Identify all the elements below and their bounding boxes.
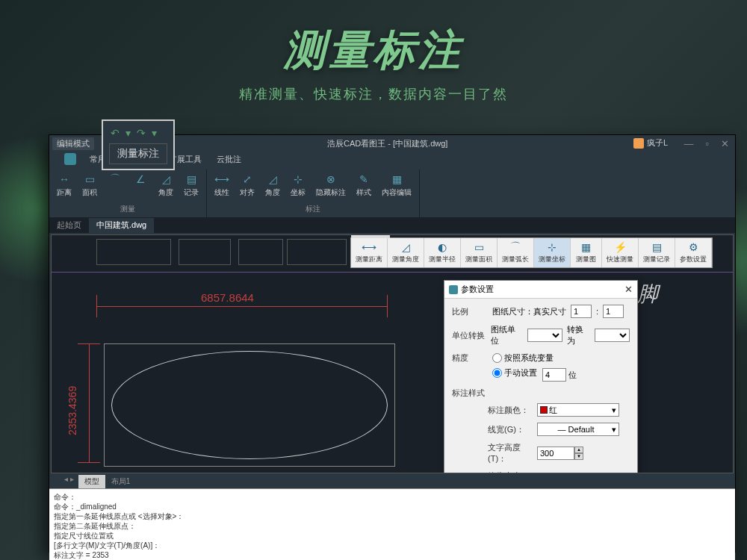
measure-toolbar-title: 测量工具 [351, 234, 390, 238]
measure-icon: ⌒ [508, 241, 523, 253]
canvas-area[interactable]: 脚 测量工具 ⟷测量距离◿测量角度◐测量半径▭测量面积⌒测量弧长⊹测量坐标▦测量… [51, 234, 734, 473]
layout-tabs: ◂ ▸ 模型 布局1 [49, 475, 735, 488]
scale-input-1[interactable] [571, 305, 592, 318]
menu-tab-cloud[interactable]: 云批注 [211, 152, 247, 167]
ribbon-btn-1-4[interactable]: ⊗隐藏标注 [311, 171, 350, 199]
measure-icon: ◿ [398, 241, 413, 253]
measure-icon: ⊹ [545, 241, 560, 253]
lineweight-select[interactable]: — Default▾ [537, 423, 619, 436]
layout-tab[interactable]: 布局1 [105, 475, 137, 488]
ribbon: ↔距离▭面积⌒∠◿角度▤记录测量⟷线性⤢对齐◿角度⊹坐标⊗隐藏标注✎样式▦内容编… [49, 167, 735, 218]
undo-icon[interactable]: ↶ [111, 127, 120, 139]
ribbon-icon: ◿ [158, 172, 173, 186]
redo-icon[interactable]: ↷ [137, 127, 146, 139]
arrowsize-label: 箭头大小(I)： [488, 470, 533, 473]
minimize-button[interactable]: — [681, 138, 696, 149]
measure-icon: ◐ [435, 241, 450, 253]
measure-btn-1[interactable]: ◿测量角度 [388, 238, 424, 267]
doc-tab-start[interactable]: 起始页 [49, 218, 89, 233]
ribbon-btn-1-0[interactable]: ⟷线性 [210, 171, 234, 199]
ribbon-btn-1-2[interactable]: ◿角度 [261, 171, 285, 199]
avatar-icon [633, 138, 644, 149]
dimension-value-vertical: 2353.4369 [66, 386, 78, 435]
measure-btn-3[interactable]: ▭测量面积 [461, 238, 498, 267]
precision-input[interactable] [542, 368, 566, 382]
unit-from-select[interactable] [527, 329, 562, 342]
ribbon-btn-0-0[interactable]: ↔距离 [52, 171, 76, 199]
textheight-input[interactable] [537, 447, 574, 460]
ribbon-btn-1-5[interactable]: ✎样式 [352, 171, 376, 199]
command-line[interactable]: 命令：命令：_dimaligned指定第一条延伸线原点或 <选择对象>：指定第二… [49, 488, 735, 560]
measure-icon: ⟷ [362, 241, 376, 253]
scale-sublabel: 图纸尺寸：真实尺寸 [492, 306, 566, 317]
color-select[interactable]: 红▾ [537, 403, 619, 417]
measure-btn-0[interactable]: ⟷测量距离 [351, 238, 388, 267]
dimension-line-vertical [89, 343, 90, 463]
model-tab[interactable]: 模型 [78, 475, 105, 488]
textheight-down[interactable]: ▼ [574, 453, 583, 460]
ribbon-icon: ▭ [82, 172, 97, 186]
dialog-close-button[interactable]: ✕ [624, 284, 633, 295]
ribbon-btn-0-3[interactable]: ∠ [128, 171, 152, 199]
ribbon-icon: ◿ [265, 172, 280, 186]
ribbon-icon: ⊹ [291, 172, 306, 186]
ribbon-btn-1-6[interactable]: ▦内容编辑 [377, 171, 416, 199]
dialog-title-text: 参数设置 [461, 284, 494, 295]
ribbon-btn-0-2[interactable]: ⌒ [103, 171, 127, 199]
textheight-up[interactable]: ▲ [574, 447, 583, 453]
measure-btn-6[interactable]: ▦测量图 [571, 238, 602, 267]
dimension-line-horizontal [96, 306, 388, 307]
measure-btn-8[interactable]: ▤测量记录 [639, 238, 675, 267]
ribbon-icon: ⊗ [323, 172, 338, 186]
unit-sublabel: 图纸单位 [491, 324, 523, 346]
ribbon-btn-0-5[interactable]: ▤记录 [179, 171, 203, 199]
settings-dialog: 参数设置 ✕ 比例 图纸尺寸：真实尺寸 : 单位转换 图纸单位 转换为 [444, 280, 638, 473]
color-label: 标注颜色： [488, 405, 533, 416]
style-section-label: 标注样式 [452, 388, 630, 399]
precision-manual-radio[interactable]: 手动设置 [492, 367, 537, 379]
dialog-icon [449, 285, 458, 294]
measure-icon: ⚙ [686, 241, 701, 253]
unit-label: 单位转换 [452, 330, 486, 341]
lineweight-label: 线宽(G)： [488, 424, 533, 435]
close-button[interactable]: ✕ [718, 138, 732, 149]
popup-tab-label[interactable]: 测量标注 [109, 143, 167, 164]
measure-btn-7[interactable]: ⚡快速测量 [602, 238, 639, 267]
textheight-label: 文字高度(T)： [488, 442, 533, 464]
ellipse-shape [111, 351, 388, 459]
precision-system-radio[interactable]: 按照系统变量 [492, 352, 554, 364]
unit-to-label: 转换为 [567, 324, 591, 346]
ribbon-icon: ⤢ [240, 172, 255, 186]
measure-btn-2[interactable]: ◐测量半径 [424, 238, 461, 267]
measure-icon: ▤ [649, 241, 664, 253]
dimension-value-horizontal: 6857.8644 [201, 291, 254, 304]
ribbon-btn-1-3[interactable]: ⊹坐标 [286, 171, 310, 199]
drawing-text: 脚 [637, 280, 658, 308]
ribbon-btn-0-4[interactable]: ◿角度 [154, 171, 178, 199]
app-logo-icon [64, 153, 76, 165]
ribbon-icon: ⌒ [108, 172, 123, 186]
scale-input-2[interactable] [603, 305, 624, 318]
hero-subtitle: 精准测量、快速标注，数据内容一目了然 [0, 85, 747, 103]
maximize-button[interactable]: ▫ [702, 138, 712, 149]
ribbon-icon: ▤ [184, 172, 199, 186]
precision-label: 精度 [452, 352, 488, 364]
doc-tabs: 起始页 中国建筑.dwg [49, 218, 735, 233]
ribbon-icon: ⟷ [214, 172, 229, 186]
measure-icon: ⚡ [613, 241, 627, 253]
measure-btn-5[interactable]: ⊹测量坐标 [534, 238, 571, 267]
user-badge[interactable]: 疯子L [633, 137, 668, 149]
window-title: 浩辰CAD看图王 - [中国建筑.dwg] [94, 138, 681, 149]
ribbon-btn-0-1[interactable]: ▭面积 [78, 171, 102, 199]
ribbon-btn-1-1[interactable]: ⤢对齐 [235, 171, 259, 199]
scale-label: 比例 [452, 306, 488, 317]
measure-btn-4[interactable]: ⌒测量弧长 [498, 238, 534, 267]
doc-tab-active[interactable]: 中国建筑.dwg [89, 218, 154, 233]
ribbon-popup: ↶ ▾ ↷ ▾ 测量标注 [102, 119, 175, 170]
app-window: 编辑模式 浩辰CAD看图王 - [中国建筑.dwg] 疯子L — ▫ ✕ 常用 … [49, 134, 736, 553]
measure-btn-9[interactable]: ⚙参数设置 [675, 238, 712, 267]
measure-icon: ▭ [471, 241, 486, 253]
measure-icon: ▦ [579, 241, 594, 253]
unit-to-select[interactable] [595, 329, 630, 342]
measure-toolbar: 测量工具 ⟷测量距离◿测量角度◐测量半径▭测量面积⌒测量弧长⊹测量坐标▦测量图⚡… [350, 237, 713, 268]
